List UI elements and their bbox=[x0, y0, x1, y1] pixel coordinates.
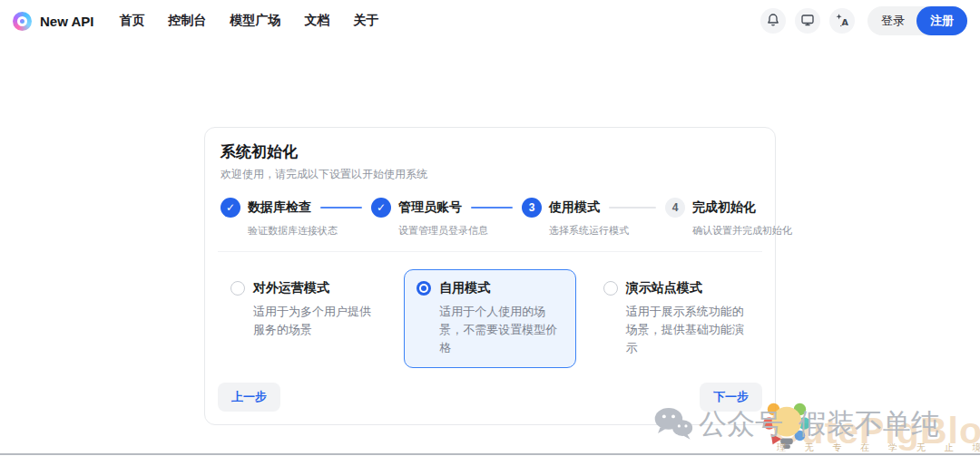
bell-icon bbox=[766, 13, 780, 30]
option2-desc: 适用于个人使用的场景，不需要设置模型价格 bbox=[439, 303, 563, 357]
main-nav: 首页 控制台 模型广场 文档 关于 bbox=[119, 13, 378, 29]
watermark-account-name: 假装不单纯 bbox=[799, 405, 939, 443]
next-step-button[interactable]: 下一步 bbox=[700, 383, 762, 412]
option-external-operation-mode[interactable]: 对外运营模式 适用于为多个用户提供服务的场景 bbox=[218, 269, 389, 368]
option3-desc: 适用于展示系统功能的场景，提供基础功能演示 bbox=[626, 303, 750, 357]
step-database-check: ✓ 数据库检查 验证数据库连接状态 bbox=[220, 198, 371, 238]
page-subtitle: 欢迎使用，请完成以下设置以开始使用系统 bbox=[218, 167, 762, 182]
step4-desc: 确认设置并完成初始化 bbox=[692, 224, 792, 238]
top-navbar: New API 首页 控制台 模型广场 文档 关于 bbox=[0, 0, 980, 42]
step-connector bbox=[320, 207, 362, 209]
radio-unselected-icon[interactable] bbox=[603, 281, 618, 296]
step3-number: 3 bbox=[522, 198, 542, 218]
step-connector bbox=[609, 207, 656, 209]
register-button[interactable]: 注册 bbox=[916, 6, 967, 35]
step2-desc: 设置管理员登录信息 bbox=[398, 224, 522, 238]
step-indicator-bar: ✓ 数据库检查 验证数据库连接状态 ✓ 管理员账号 设置管理员登录信息 3 使用… bbox=[218, 198, 762, 238]
monitor-icon bbox=[800, 13, 815, 30]
svg-text:A: A bbox=[841, 16, 848, 26]
nav-item-console[interactable]: 控制台 bbox=[168, 13, 206, 29]
translate-icon: A bbox=[835, 13, 849, 30]
option-demo-site-mode[interactable]: 演示站点模式 适用于展示系统功能的场景，提供基础功能演示 bbox=[591, 269, 762, 368]
radio-unselected-icon[interactable] bbox=[230, 281, 245, 296]
wizard-footer: 上一步 下一步 bbox=[218, 383, 762, 412]
step-admin-account: ✓ 管理员账号 设置管理员登录信息 bbox=[371, 198, 522, 238]
header-actions: A 登录 注册 bbox=[760, 6, 967, 35]
step1-desc: 验证数据库连接状态 bbox=[248, 224, 371, 238]
step2-check-icon: ✓ bbox=[371, 198, 391, 218]
theme-display-button[interactable] bbox=[795, 8, 820, 34]
watermark-slogan: 理 无 专 在 学 无 止 境 bbox=[777, 441, 980, 454]
brand-name: New API bbox=[40, 14, 93, 29]
prev-step-button[interactable]: 上一步 bbox=[218, 383, 280, 412]
nav-item-model-plaza[interactable]: 模型广场 bbox=[230, 13, 280, 29]
option3-label: 演示站点模式 bbox=[626, 280, 702, 296]
nav-item-about[interactable]: 关于 bbox=[353, 13, 378, 29]
step4-label: 完成初始化 bbox=[692, 199, 756, 216]
nav-item-docs[interactable]: 文档 bbox=[304, 13, 329, 29]
step1-check-icon: ✓ bbox=[220, 198, 240, 218]
auth-buttons: 登录 注册 bbox=[867, 6, 967, 35]
step1-label: 数据库检查 bbox=[248, 199, 311, 216]
step-finish-init: 4 完成初始化 确认设置并完成初始化 bbox=[665, 198, 792, 238]
watermark-blog-name: CutePigBlog bbox=[773, 410, 980, 452]
option1-desc: 适用于为多个用户提供服务的场景 bbox=[253, 303, 377, 339]
radio-selected-icon[interactable] bbox=[416, 281, 431, 296]
step-connector bbox=[471, 207, 513, 209]
mode-options: 对外运营模式 适用于为多个用户提供服务的场景 自用模式 适用于个人使用的场景，不… bbox=[218, 269, 762, 368]
newapi-logo-icon bbox=[13, 12, 32, 31]
step4-number: 4 bbox=[665, 198, 685, 218]
option-self-use-mode[interactable]: 自用模式 适用于个人使用的场景，不需要设置模型价格 bbox=[404, 269, 575, 368]
nav-item-home[interactable]: 首页 bbox=[119, 13, 144, 29]
page-title: 系统初始化 bbox=[218, 141, 762, 162]
step-usage-mode: 3 使用模式 选择系统运行模式 bbox=[522, 198, 665, 238]
step2-label: 管理员账号 bbox=[398, 199, 462, 216]
page-bottom-edge bbox=[0, 453, 980, 455]
language-button[interactable]: A bbox=[829, 8, 855, 34]
system-init-card: 系统初始化 欢迎使用，请完成以下设置以开始使用系统 ✓ 数据库检查 验证数据库连… bbox=[204, 127, 776, 425]
step3-desc: 选择系统运行模式 bbox=[549, 224, 665, 238]
notifications-button[interactable] bbox=[760, 8, 786, 34]
page: { "header": { "brand": "New API", "nav":… bbox=[0, 0, 980, 456]
section-divider bbox=[218, 251, 762, 252]
login-button[interactable]: 登录 bbox=[867, 7, 916, 34]
option1-label: 对外运营模式 bbox=[253, 280, 329, 296]
step3-label: 使用模式 bbox=[549, 199, 600, 216]
option2-label: 自用模式 bbox=[439, 280, 490, 296]
